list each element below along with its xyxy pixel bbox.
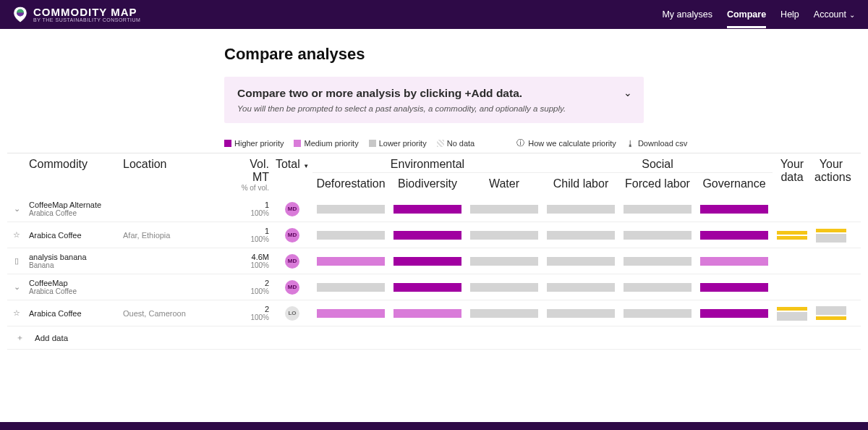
brand-title: COMMODITY MAP [33, 7, 140, 17]
col-vol[interactable]: Vol. MT [231, 158, 269, 184]
col-total[interactable]: Total ▼ [272, 153, 312, 196]
caret-down-icon: ▼ [303, 163, 309, 169]
priority-bar [393, 257, 461, 266]
expand-icon[interactable]: ⌄ [7, 282, 26, 292]
nav-compare[interactable]: Compare [727, 9, 766, 28]
your-data-cell [773, 304, 812, 323]
priority-bar [547, 309, 615, 318]
legend-row: Higher priority Medium priority Lower pr… [224, 138, 868, 148]
col-governance[interactable]: Governance [696, 173, 773, 195]
priority-bar-cell [466, 229, 542, 242]
priority-bar [470, 257, 538, 266]
priority-bar-cell [619, 255, 696, 268]
priority-bar-cell [466, 255, 542, 268]
priority-bar [624, 309, 692, 318]
star-icon[interactable]: ☆ [7, 230, 26, 240]
top-header: COMMODITY MAP BY THE SUSTAINABILITY CONS… [0, 0, 868, 29]
chevron-down-icon: ⌄ [849, 11, 855, 19]
download-csv-link[interactable]: ⭳Download csv [626, 139, 687, 148]
nav-account[interactable]: Account ⌄ [814, 9, 855, 20]
commodity-cell[interactable]: Arabica Coffee [26, 229, 120, 241]
priority-bar [624, 205, 692, 214]
col-deforestation[interactable]: Deforestation [312, 173, 389, 195]
document-icon[interactable]: ▯ [7, 256, 26, 266]
col-vol-sub: % of vol. [242, 184, 269, 192]
chevron-down-icon: ⌄ [624, 87, 632, 98]
volume-cell: 1100% [229, 225, 272, 245]
priority-bar-cell [466, 203, 542, 216]
banner-toggle[interactable]: ⌄ [624, 87, 632, 98]
priority-bar-cell [696, 229, 773, 242]
priority-bar-cell [542, 229, 619, 242]
priority-bar-cell [619, 229, 696, 242]
your-data-bar [777, 236, 807, 240]
your-actions-cell [812, 260, 851, 263]
col-your-data[interactable]: Your data [773, 153, 812, 196]
commodity-cell[interactable]: Arabica Coffee [26, 308, 120, 319]
priority-bar [624, 257, 692, 266]
priority-bar [700, 309, 768, 318]
col-water[interactable]: Water [466, 173, 542, 195]
download-icon: ⭳ [626, 139, 634, 148]
priority-badge: LO [285, 306, 299, 321]
expand-icon[interactable]: ⌄ [7, 204, 26, 214]
brand[interactable]: COMMODITY MAP BY THE SUSTAINABILITY CONS… [13, 6, 140, 23]
priority-bar-cell [312, 307, 389, 320]
table-row: ▯analysis bananaBanana4.6M100%MD [7, 248, 861, 274]
your-actions-bar [816, 306, 846, 315]
add-data-row[interactable]: ＋ Add data [7, 326, 861, 350]
instruction-banner: Compare two or more analysis by clicking… [224, 77, 644, 123]
priority-bar-cell [542, 203, 619, 216]
priority-bar [700, 283, 768, 292]
priority-bar-cell [619, 307, 696, 320]
your-data-bar [777, 307, 807, 311]
priority-bar-cell [389, 281, 466, 294]
brand-subtitle: BY THE SUSTAINABILITY CONSORTIUM [33, 17, 140, 22]
priority-bar [547, 205, 615, 214]
star-icon[interactable]: ☆ [7, 308, 26, 318]
col-biodiversity[interactable]: Biodiversity [389, 173, 466, 195]
compare-table: Commodity Location Vol. MT % of vol. Tot… [7, 153, 861, 350]
priority-bar [624, 283, 692, 292]
table-row: ☆Arabica CoffeeOuest, Cameroon2100%LO [7, 300, 861, 326]
your-data-cell [773, 208, 812, 211]
table-row: ☆Arabica CoffeeAfar, Ethiopia1100%MD [7, 222, 861, 248]
col-group-environmental: Environmental [312, 153, 542, 173]
col-location[interactable]: Location [120, 153, 229, 196]
priority-bar-cell [312, 255, 389, 268]
plus-icon: ＋ [10, 332, 29, 343]
priority-bar [393, 283, 461, 292]
priority-bar [470, 309, 538, 318]
volume-cell: 1100% [229, 199, 272, 219]
priority-bar-cell [542, 307, 619, 320]
priority-badge: MD [285, 202, 299, 216]
total-badge-cell: MD [272, 201, 312, 218]
main-content: Compare analyses Compare two or more ana… [0, 29, 868, 379]
priority-bar-cell [619, 281, 696, 294]
priority-bar-cell [312, 281, 389, 294]
commodity-cell[interactable]: CoffeeMapArabica Coffee [26, 277, 120, 297]
nav-help[interactable]: Help [780, 9, 799, 20]
priority-bar [393, 231, 461, 240]
col-child-labor[interactable]: Child labor [542, 173, 619, 195]
your-data-cell [773, 286, 812, 289]
priority-bar-cell [696, 203, 773, 216]
swatch-lower [369, 140, 376, 147]
nav-my-analyses[interactable]: My analyses [662, 9, 712, 20]
your-data-cell [773, 228, 812, 243]
col-commodity[interactable]: Commodity [26, 153, 120, 196]
how-we-calculate-link[interactable]: ⓘHow we calculate priority [516, 138, 616, 148]
commodity-cell[interactable]: analysis bananaBanana [26, 251, 120, 271]
commodity-cell[interactable]: CoffeeMap AlternateArabica Coffee [26, 199, 120, 219]
your-data-bar [777, 312, 807, 321]
col-forced-labor[interactable]: Forced labor [619, 173, 696, 195]
priority-bar-cell [619, 203, 696, 216]
priority-bar-cell [542, 281, 619, 294]
your-data-bar [777, 231, 807, 235]
priority-bar-cell [312, 229, 389, 242]
priority-bar-cell [696, 281, 773, 294]
your-actions-cell [812, 304, 851, 323]
priority-bar-cell [389, 307, 466, 320]
col-your-actions[interactable]: Your actions [812, 153, 851, 196]
priority-bar-cell [466, 307, 542, 320]
